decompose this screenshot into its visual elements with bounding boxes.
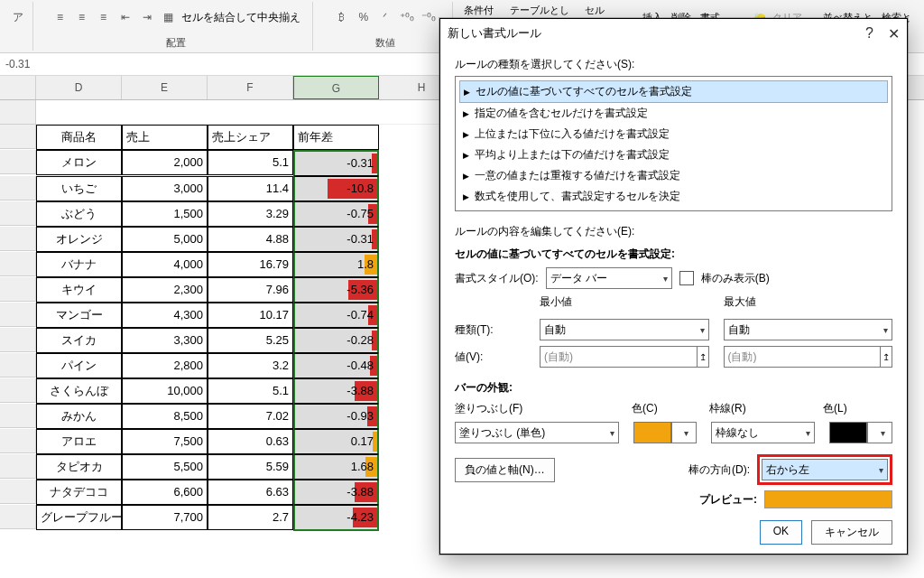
bar-appearance-label: バーの外観: (455, 380, 892, 396)
highlight-box: 右から左▾ (757, 454, 892, 485)
triangle-icon: ▶ (464, 88, 470, 97)
align-center-icon[interactable]: ≡ (73, 8, 91, 26)
cancel-button[interactable]: キャンセル (811, 520, 892, 545)
dec-decimal-icon[interactable]: ⁻⁰₀ (420, 8, 438, 26)
preview-label: プレビュー: (699, 492, 757, 508)
border-select[interactable]: 枠線なし▾ (711, 422, 815, 443)
ref-picker-icon[interactable]: ↥ (697, 346, 709, 368)
type-label: 種類(T): (455, 322, 532, 338)
color-label: 色(C) (632, 401, 695, 416)
align-left-icon[interactable]: ≡ (51, 8, 69, 26)
select-rule-type-label: ルールの種類を選択してください(S): (455, 57, 892, 72)
percent-icon[interactable]: % (355, 8, 373, 26)
triangle-icon: ▶ (463, 192, 469, 201)
min-label: 最小値 (540, 294, 709, 310)
negative-axis-button[interactable]: 負の値と軸(N)… (455, 458, 555, 482)
indent-dec-icon[interactable]: ⇤ (116, 8, 134, 26)
border-label: 枠線(R) (709, 401, 808, 416)
help-icon[interactable]: ? (865, 25, 873, 42)
border-color-swatch[interactable] (829, 422, 867, 443)
group-number-label: 数値 (375, 36, 395, 51)
close-icon[interactable]: ✕ (888, 25, 900, 42)
comma-icon[interactable]: ᐟ (376, 8, 394, 26)
triangle-icon: ▶ (463, 151, 469, 160)
min-type-select[interactable]: 自動▾ (540, 319, 709, 340)
col-D[interactable]: D (36, 76, 122, 99)
format-style-select[interactable]: データ バー▾ (546, 267, 672, 289)
col-F[interactable]: F (208, 76, 293, 99)
chevron-down-icon: ▾ (663, 274, 668, 284)
ok-button[interactable]: OK (760, 520, 802, 545)
rule-type-item[interactable]: ▶セルの値に基づいてすべてのセルを書式設定 (459, 80, 888, 103)
rule-type-item[interactable]: ▶上位または下位に入る値だけを書式設定 (459, 124, 888, 144)
bar-direction-label: 棒の方向(D): (688, 462, 750, 478)
value-label: 値(V): (455, 350, 532, 365)
fill-select[interactable]: 塗りつぶし (単色)▾ (455, 422, 619, 443)
merge-center-button[interactable]: セルを結合して中央揃え (181, 10, 300, 25)
max-label: 最大値 (724, 294, 893, 310)
min-value-input[interactable]: (自動) (540, 346, 698, 368)
inc-decimal-icon[interactable]: ⁺⁰₀ (398, 8, 416, 26)
bar-direction-select[interactable]: 右から左▾ (762, 459, 888, 480)
rule-type-item[interactable]: ▶一意の値または重複する値だけを書式設定 (459, 165, 888, 186)
group-alignment-label: 配置 (166, 36, 186, 51)
currency-icon[interactable]: ₿ (333, 8, 351, 26)
fill-label: 塗りつぶし(F) (455, 401, 617, 416)
preview-bar (764, 490, 892, 508)
rule-type-item[interactable]: ▶指定の値を含むセルだけを書式設定 (459, 103, 888, 124)
triangle-icon: ▶ (463, 130, 469, 139)
merge-icon[interactable]: ▦ (160, 8, 178, 26)
triangle-icon: ▶ (463, 109, 469, 118)
border-color-label: 色(L) (823, 401, 847, 416)
fill-color-swatch[interactable] (633, 422, 671, 443)
max-type-select[interactable]: 自動▾ (724, 319, 893, 340)
format-all-cells-label: セルの値に基づいてすべてのセルを書式設定: (455, 247, 892, 262)
orientation-icon[interactable]: ア (9, 8, 27, 26)
rule-type-item[interactable]: ▶数式を使用して、書式設定するセルを決定 (459, 186, 888, 207)
bar-only-label: 棒のみ表示(B) (701, 271, 770, 286)
col-E[interactable]: E (122, 76, 208, 99)
format-style-label: 書式スタイル(O): (455, 271, 539, 286)
dialog-title: 新しい書式ルール (448, 25, 541, 42)
bar-only-checkbox[interactable] (679, 271, 694, 285)
col-G[interactable]: G (293, 76, 379, 99)
ref-picker-icon[interactable]: ↥ (880, 346, 892, 368)
rule-type-item[interactable]: ▶平均より上または下の値だけを書式設定 (459, 144, 888, 165)
triangle-icon: ▶ (463, 172, 469, 181)
new-format-rule-dialog: 新しい書式ルール ? ✕ ルールの種類を選択してください(S): ▶セルの値に基… (439, 18, 908, 555)
indent-inc-icon[interactable]: ⇥ (138, 8, 156, 26)
max-value-input[interactable]: (自動) (724, 346, 882, 368)
align-right-icon[interactable]: ≡ (95, 8, 113, 26)
rule-type-list[interactable]: ▶セルの値に基づいてすべてのセルを書式設定▶指定の値を含むセルだけを書式設定▶上… (455, 76, 892, 211)
edit-rule-label: ルールの内容を編集してください(E): (455, 224, 892, 239)
